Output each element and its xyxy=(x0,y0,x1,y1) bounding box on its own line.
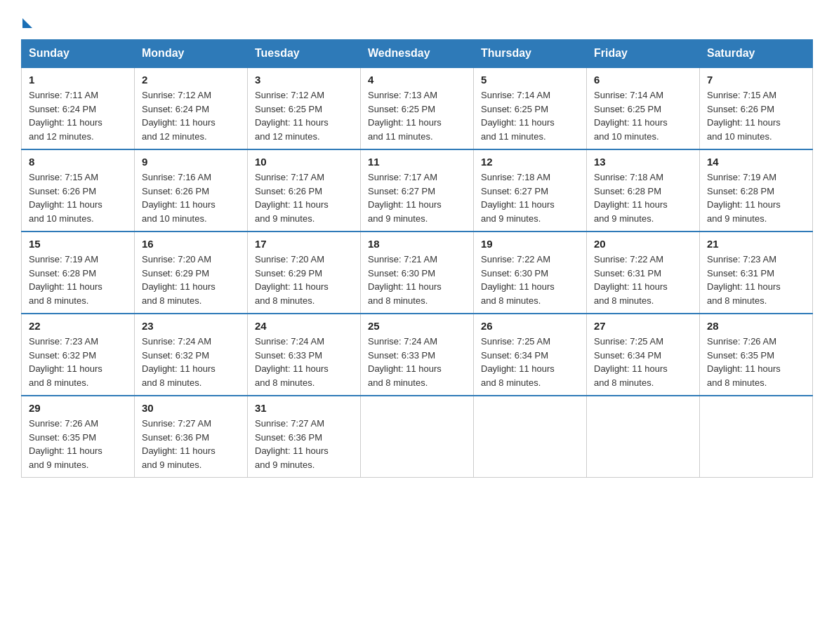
day-cell: 17 Sunrise: 7:20 AMSunset: 6:29 PMDaylig… xyxy=(248,232,361,314)
day-info: Sunrise: 7:16 AMSunset: 6:26 PMDaylight:… xyxy=(142,172,216,224)
day-number: 27 xyxy=(594,320,692,332)
day-info: Sunrise: 7:27 AMSunset: 6:36 PMDaylight:… xyxy=(142,418,216,470)
day-number: 24 xyxy=(255,320,353,332)
day-cell: 2 Sunrise: 7:12 AMSunset: 6:24 PMDayligh… xyxy=(135,67,248,149)
day-info: Sunrise: 7:24 AMSunset: 6:32 PMDaylight:… xyxy=(142,336,216,388)
header-saturday: Saturday xyxy=(700,40,813,68)
day-number: 19 xyxy=(481,238,579,250)
day-number: 14 xyxy=(707,156,805,168)
day-number: 1 xyxy=(29,74,127,86)
day-info: Sunrise: 7:21 AMSunset: 6:30 PMDaylight:… xyxy=(368,254,442,306)
day-cell: 13 Sunrise: 7:18 AMSunset: 6:28 PMDaylig… xyxy=(587,149,700,232)
day-number: 30 xyxy=(142,402,240,414)
header-monday: Monday xyxy=(135,40,248,68)
day-cell: 18 Sunrise: 7:21 AMSunset: 6:30 PMDaylig… xyxy=(361,232,474,314)
day-cell: 9 Sunrise: 7:16 AMSunset: 6:26 PMDayligh… xyxy=(135,149,248,232)
day-number: 28 xyxy=(707,320,805,332)
day-info: Sunrise: 7:18 AMSunset: 6:28 PMDaylight:… xyxy=(594,172,668,224)
day-number: 20 xyxy=(594,238,692,250)
day-info: Sunrise: 7:25 AMSunset: 6:34 PMDaylight:… xyxy=(481,336,555,388)
day-cell: 4 Sunrise: 7:13 AMSunset: 6:25 PMDayligh… xyxy=(361,67,474,149)
day-number: 16 xyxy=(142,238,240,250)
page-header xyxy=(21,14,813,25)
day-cell: 26 Sunrise: 7:25 AMSunset: 6:34 PMDaylig… xyxy=(474,314,587,396)
day-number: 25 xyxy=(368,320,466,332)
day-info: Sunrise: 7:20 AMSunset: 6:29 PMDaylight:… xyxy=(255,254,329,306)
day-info: Sunrise: 7:19 AMSunset: 6:28 PMDaylight:… xyxy=(29,254,102,306)
day-cell: 29 Sunrise: 7:26 AMSunset: 6:35 PMDaylig… xyxy=(22,396,135,478)
day-cell xyxy=(587,396,700,478)
day-info: Sunrise: 7:12 AMSunset: 6:25 PMDaylight:… xyxy=(255,90,329,142)
day-info: Sunrise: 7:14 AMSunset: 6:25 PMDaylight:… xyxy=(481,90,555,142)
header-row: SundayMondayTuesdayWednesdayThursdayFrid… xyxy=(22,40,813,68)
day-cell: 23 Sunrise: 7:24 AMSunset: 6:32 PMDaylig… xyxy=(135,314,248,396)
day-info: Sunrise: 7:23 AMSunset: 6:31 PMDaylight:… xyxy=(707,254,781,306)
day-number: 29 xyxy=(29,402,127,414)
day-info: Sunrise: 7:20 AMSunset: 6:29 PMDaylight:… xyxy=(142,254,216,306)
day-info: Sunrise: 7:23 AMSunset: 6:32 PMDaylight:… xyxy=(29,336,102,388)
day-number: 17 xyxy=(255,238,353,250)
day-number: 2 xyxy=(142,74,240,86)
day-cell: 8 Sunrise: 7:15 AMSunset: 6:26 PMDayligh… xyxy=(22,149,135,232)
day-number: 9 xyxy=(142,156,240,168)
day-cell xyxy=(474,396,587,478)
day-number: 5 xyxy=(481,74,579,86)
day-number: 3 xyxy=(255,74,353,86)
header-wednesday: Wednesday xyxy=(361,40,474,68)
day-number: 8 xyxy=(29,156,127,168)
day-cell: 19 Sunrise: 7:22 AMSunset: 6:30 PMDaylig… xyxy=(474,232,587,314)
day-cell: 31 Sunrise: 7:27 AMSunset: 6:36 PMDaylig… xyxy=(248,396,361,478)
day-cell: 16 Sunrise: 7:20 AMSunset: 6:29 PMDaylig… xyxy=(135,232,248,314)
day-cell: 5 Sunrise: 7:14 AMSunset: 6:25 PMDayligh… xyxy=(474,67,587,149)
week-row-4: 22 Sunrise: 7:23 AMSunset: 6:32 PMDaylig… xyxy=(22,314,813,396)
day-number: 7 xyxy=(707,74,805,86)
day-cell: 27 Sunrise: 7:25 AMSunset: 6:34 PMDaylig… xyxy=(587,314,700,396)
day-number: 6 xyxy=(594,74,692,86)
day-cell: 1 Sunrise: 7:11 AMSunset: 6:24 PMDayligh… xyxy=(22,67,135,149)
day-cell: 25 Sunrise: 7:24 AMSunset: 6:33 PMDaylig… xyxy=(361,314,474,396)
day-info: Sunrise: 7:17 AMSunset: 6:26 PMDaylight:… xyxy=(255,172,329,224)
day-number: 23 xyxy=(142,320,240,332)
day-info: Sunrise: 7:22 AMSunset: 6:30 PMDaylight:… xyxy=(481,254,555,306)
day-cell: 28 Sunrise: 7:26 AMSunset: 6:35 PMDaylig… xyxy=(700,314,813,396)
day-info: Sunrise: 7:15 AMSunset: 6:26 PMDaylight:… xyxy=(707,90,781,142)
day-cell xyxy=(700,396,813,478)
day-cell: 14 Sunrise: 7:19 AMSunset: 6:28 PMDaylig… xyxy=(700,149,813,232)
day-cell: 21 Sunrise: 7:23 AMSunset: 6:31 PMDaylig… xyxy=(700,232,813,314)
day-cell: 6 Sunrise: 7:14 AMSunset: 6:25 PMDayligh… xyxy=(587,67,700,149)
day-number: 18 xyxy=(368,238,466,250)
day-cell: 10 Sunrise: 7:17 AMSunset: 6:26 PMDaylig… xyxy=(248,149,361,232)
day-info: Sunrise: 7:13 AMSunset: 6:25 PMDaylight:… xyxy=(368,90,442,142)
day-cell: 22 Sunrise: 7:23 AMSunset: 6:32 PMDaylig… xyxy=(22,314,135,396)
day-number: 15 xyxy=(29,238,127,250)
header-tuesday: Tuesday xyxy=(248,40,361,68)
day-number: 13 xyxy=(594,156,692,168)
day-info: Sunrise: 7:26 AMSunset: 6:35 PMDaylight:… xyxy=(29,418,102,470)
day-info: Sunrise: 7:17 AMSunset: 6:27 PMDaylight:… xyxy=(368,172,442,224)
day-cell: 11 Sunrise: 7:17 AMSunset: 6:27 PMDaylig… xyxy=(361,149,474,232)
week-row-1: 1 Sunrise: 7:11 AMSunset: 6:24 PMDayligh… xyxy=(22,67,813,149)
day-info: Sunrise: 7:26 AMSunset: 6:35 PMDaylight:… xyxy=(707,336,781,388)
day-info: Sunrise: 7:27 AMSunset: 6:36 PMDaylight:… xyxy=(255,418,329,470)
day-info: Sunrise: 7:22 AMSunset: 6:31 PMDaylight:… xyxy=(594,254,668,306)
day-info: Sunrise: 7:12 AMSunset: 6:24 PMDaylight:… xyxy=(142,90,216,142)
day-number: 4 xyxy=(368,74,466,86)
day-info: Sunrise: 7:14 AMSunset: 6:25 PMDaylight:… xyxy=(594,90,668,142)
week-row-5: 29 Sunrise: 7:26 AMSunset: 6:35 PMDaylig… xyxy=(22,396,813,478)
day-info: Sunrise: 7:25 AMSunset: 6:34 PMDaylight:… xyxy=(594,336,668,388)
day-info: Sunrise: 7:15 AMSunset: 6:26 PMDaylight:… xyxy=(29,172,102,224)
day-info: Sunrise: 7:24 AMSunset: 6:33 PMDaylight:… xyxy=(255,336,329,388)
day-number: 12 xyxy=(481,156,579,168)
day-cell: 24 Sunrise: 7:24 AMSunset: 6:33 PMDaylig… xyxy=(248,314,361,396)
logo xyxy=(21,14,32,25)
day-info: Sunrise: 7:24 AMSunset: 6:33 PMDaylight:… xyxy=(368,336,442,388)
day-info: Sunrise: 7:11 AMSunset: 6:24 PMDaylight:… xyxy=(29,90,102,142)
day-number: 10 xyxy=(255,156,353,168)
day-number: 11 xyxy=(368,156,466,168)
day-info: Sunrise: 7:18 AMSunset: 6:27 PMDaylight:… xyxy=(481,172,555,224)
day-cell: 3 Sunrise: 7:12 AMSunset: 6:25 PMDayligh… xyxy=(248,67,361,149)
day-cell: 20 Sunrise: 7:22 AMSunset: 6:31 PMDaylig… xyxy=(587,232,700,314)
logo-arrow-icon xyxy=(22,18,32,28)
header-friday: Friday xyxy=(587,40,700,68)
week-row-3: 15 Sunrise: 7:19 AMSunset: 6:28 PMDaylig… xyxy=(22,232,813,314)
